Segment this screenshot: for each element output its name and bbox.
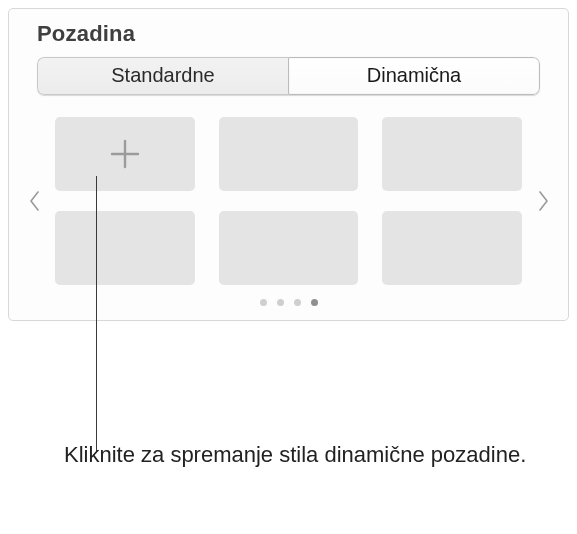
- segmented-control: Standardne Dinamična: [37, 57, 540, 95]
- style-tile[interactable]: [55, 211, 195, 285]
- tab-standard[interactable]: Standardne: [37, 57, 288, 95]
- tile-grid: [47, 117, 530, 285]
- chevron-right-icon: [538, 191, 549, 211]
- style-tile[interactable]: [382, 211, 522, 285]
- tab-dynamic[interactable]: Dinamična: [288, 57, 540, 95]
- plus-icon: [107, 136, 143, 172]
- callout-leader-line: [96, 176, 97, 452]
- next-arrow[interactable]: [530, 141, 556, 261]
- callout: Kliknite za spremanje stila dinamične po…: [64, 440, 544, 470]
- page-dot[interactable]: [311, 299, 318, 306]
- style-tile[interactable]: [219, 117, 359, 191]
- page-dot[interactable]: [260, 299, 267, 306]
- style-tile[interactable]: [382, 117, 522, 191]
- callout-text: Kliknite za spremanje stila dinamične po…: [64, 440, 544, 470]
- page-dots: [19, 299, 558, 306]
- carousel: [21, 117, 556, 285]
- chevron-left-icon: [29, 191, 40, 211]
- add-style-tile[interactable]: [55, 117, 195, 191]
- background-panel: Pozadina Standardne Dinamična: [8, 8, 569, 321]
- page-dot[interactable]: [277, 299, 284, 306]
- prev-arrow[interactable]: [21, 141, 47, 261]
- page-dot[interactable]: [294, 299, 301, 306]
- panel-title: Pozadina: [37, 21, 558, 47]
- style-tile[interactable]: [219, 211, 359, 285]
